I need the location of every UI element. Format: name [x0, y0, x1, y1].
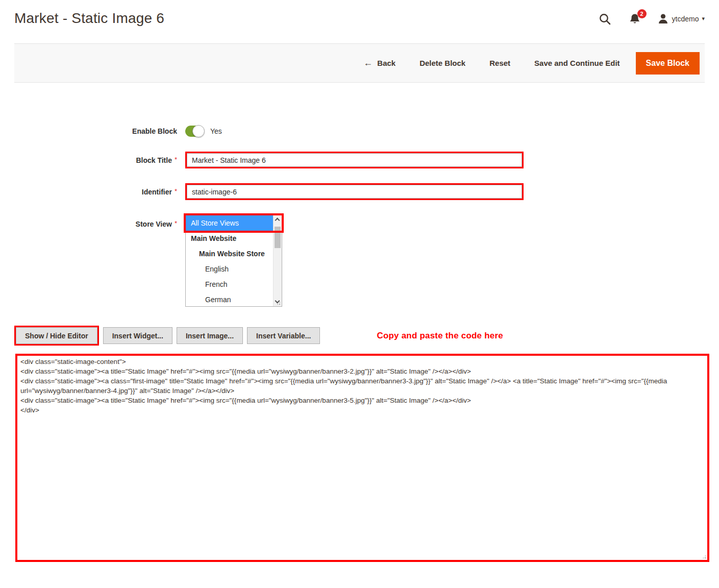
insert-variable-button[interactable]: Insert Variable... — [247, 327, 320, 344]
chevron-down-icon: ▾ — [702, 15, 705, 22]
block-form: Enable Block Yes Block Title* Identifier… — [0, 126, 719, 307]
save-block-button[interactable]: Save Block — [636, 52, 700, 75]
store-view-row: Store View* All Store Views Main Website… — [0, 215, 719, 307]
page-header: Market - Static Image 6 2 — [0, 0, 719, 43]
option-english[interactable]: English — [186, 261, 273, 277]
editor-toolbar: Show / Hide Editor Insert Widget... Inse… — [14, 326, 705, 346]
enable-block-label: Enable Block — [132, 127, 177, 135]
action-toolbar: ← Back Delete Block Reset Save and Conti… — [14, 43, 705, 83]
option-main-website-store[interactable]: Main Website Store — [186, 246, 273, 261]
header-actions: 2 ytcdemo ▾ — [599, 13, 705, 25]
identifier-label: Identifier — [142, 188, 172, 196]
block-title-annotation-box — [185, 152, 524, 168]
identifier-row: Identifier* — [0, 183, 719, 200]
insert-image-button[interactable]: Insert Image... — [177, 327, 243, 344]
show-hide-annotation-box: Show / Hide Editor — [14, 326, 99, 346]
block-content-textarea[interactable]: <div class="static-image-content"> <div … — [17, 356, 707, 560]
option-main-website[interactable]: Main Website — [186, 231, 273, 246]
user-icon — [658, 13, 668, 24]
code-annotation-box: <div class="static-image-content"> <div … — [15, 354, 709, 562]
delete-block-button[interactable]: Delete Block — [419, 59, 465, 67]
identifier-annotation-box — [185, 183, 524, 200]
enable-block-value: Yes — [210, 127, 222, 135]
identifier-input[interactable] — [187, 185, 522, 199]
back-label: Back — [377, 59, 395, 67]
reset-button[interactable]: Reset — [489, 59, 510, 67]
store-view-label: Store View — [136, 220, 172, 228]
insert-widget-button[interactable]: Insert Widget... — [103, 327, 172, 344]
back-button[interactable]: ← Back — [363, 58, 395, 68]
search-button[interactable] — [599, 13, 611, 25]
show-hide-editor-button[interactable]: Show / Hide Editor — [16, 327, 97, 344]
option-french[interactable]: French — [186, 277, 273, 292]
option-german[interactable]: German — [186, 292, 273, 306]
option-all-store-views[interactable]: All Store Views — [186, 215, 273, 231]
annotation-text: Copy and paste the code here — [377, 331, 503, 341]
enable-block-toggle[interactable] — [185, 126, 204, 137]
enable-block-row: Enable Block Yes — [0, 126, 719, 137]
store-view-options: All Store Views Main Website Main Websit… — [186, 215, 273, 306]
block-title-row: Block Title* — [0, 152, 719, 168]
listbox-scrollbar[interactable] — [273, 215, 282, 306]
block-title-input[interactable] — [187, 153, 522, 167]
store-view-listbox[interactable]: All Store Views Main Website Main Websit… — [185, 215, 282, 307]
notifications-button[interactable]: 2 — [629, 13, 640, 25]
required-marker: * — [175, 219, 177, 227]
save-and-continue-button[interactable]: Save and Continue Edit — [534, 59, 620, 67]
scrollbar-thumb[interactable] — [275, 227, 281, 248]
toggle-knob — [192, 125, 205, 137]
notification-badge: 2 — [637, 9, 647, 18]
scroll-up-arrow-icon[interactable] — [274, 215, 282, 224]
required-marker: * — [175, 187, 177, 195]
required-marker: * — [175, 156, 177, 163]
page-title: Market - Static Image 6 — [14, 10, 164, 27]
search-icon — [599, 13, 611, 25]
username: ytcdemo — [672, 15, 699, 23]
user-menu[interactable]: ytcdemo ▾ — [658, 13, 705, 24]
back-arrow-icon: ← — [363, 58, 373, 68]
block-title-label: Block Title — [136, 156, 172, 164]
